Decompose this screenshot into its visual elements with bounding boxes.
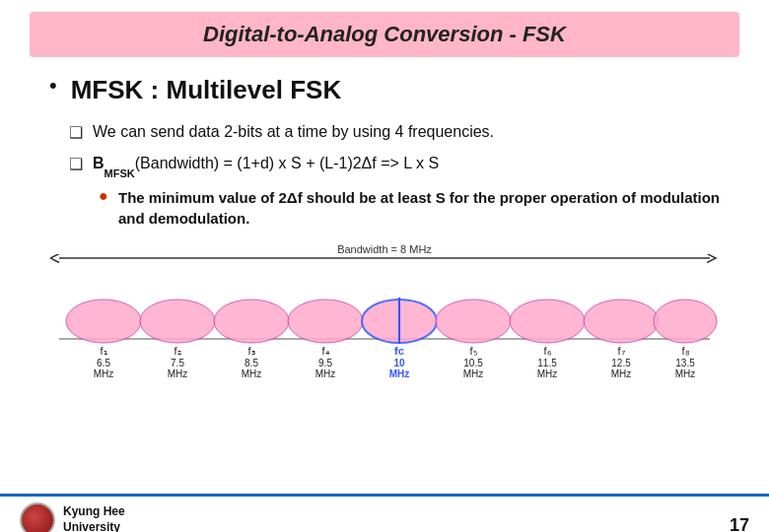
svg-text:9.5: 9.5 — [318, 358, 332, 368]
footer: Kyung HeeUniversity 17 — [0, 494, 769, 532]
content-area: • MFSK : Multilevel FSK ❑ We can send da… — [0, 75, 769, 229]
svg-text:fc: fc — [394, 345, 404, 357]
svg-point-6 — [288, 299, 363, 343]
svg-text:10: 10 — [393, 358, 405, 368]
bmfsk-line: BMFSK (Bandwidth) = (1+d) x S + (L-1)2Δf… — [93, 153, 439, 177]
svg-point-4 — [140, 299, 215, 343]
slide-title: Digital-to-Analog Conversion - FSK — [49, 22, 720, 47]
svg-text:MHz: MHz — [315, 368, 336, 379]
svg-text:f₇: f₇ — [617, 345, 624, 357]
logo-area: Kyung HeeUniversity — [20, 502, 125, 532]
svg-text:8.5: 8.5 — [245, 358, 258, 368]
sub-bullet-icon-1: ❑ — [69, 123, 85, 142]
nested-bullet-1: ● The minimum value of 2Δf should be at … — [99, 187, 720, 229]
svg-text:7.5: 7.5 — [171, 358, 184, 368]
svg-text:f₂: f₂ — [174, 345, 180, 357]
svg-text:11.5: 11.5 — [537, 358, 557, 368]
bmfsk-b: BMFSK — [93, 153, 135, 177]
nested-bullet-text: The minimum value of 2Δf should be at le… — [118, 187, 720, 229]
svg-text:MHz: MHz — [537, 368, 558, 379]
svg-text:f₈: f₈ — [681, 345, 689, 357]
svg-text:12.5: 12.5 — [611, 358, 631, 368]
university-name: Kyung HeeUniversity — [63, 504, 125, 532]
svg-text:f₆: f₆ — [543, 345, 551, 357]
svg-point-9 — [436, 299, 511, 343]
bmfsk-subscript: MFSK — [105, 167, 135, 179]
svg-point-10 — [510, 299, 585, 343]
bmfsk-rest: (Bandwidth) = (1+d) x S + (L-1)2Δf => L … — [135, 153, 439, 174]
svg-text:MHz: MHz — [168, 368, 188, 379]
svg-text:13.5: 13.5 — [675, 358, 695, 368]
svg-point-5 — [214, 299, 289, 343]
svg-text:MHz: MHz — [389, 368, 410, 379]
nested-icon: ● — [99, 187, 110, 205]
slide: Digital-to-Analog Conversion - FSK • MFS… — [0, 12, 769, 532]
svg-text:6.5: 6.5 — [97, 358, 110, 368]
svg-point-11 — [584, 299, 659, 343]
svg-text:MHz: MHz — [463, 368, 484, 379]
svg-text:MHz: MHz — [611, 368, 632, 379]
svg-point-12 — [654, 299, 717, 343]
sub-bullet-2: ❑ BMFSK (Bandwidth) = (1+d) x S + (L-1)2… — [69, 153, 720, 177]
sub-bullet-icon-2: ❑ — [69, 155, 85, 173]
svg-text:10.5: 10.5 — [463, 358, 483, 368]
svg-text:MHz: MHz — [242, 368, 262, 379]
sub-bullet-text-1: We can send data 2-bits at a time by usi… — [93, 121, 494, 143]
nested-bullets: ● The minimum value of 2Δf should be at … — [99, 187, 720, 229]
university-logo — [20, 502, 55, 532]
page-number: 17 — [730, 515, 749, 532]
main-bullet-text: MFSK : Multilevel FSK — [71, 75, 341, 105]
sub-bullets: ❑ We can send data 2-bits at a time by u… — [69, 121, 720, 229]
sub-bullet-1: ❑ We can send data 2-bits at a time by u… — [69, 121, 720, 143]
bullet-icon: • — [49, 73, 57, 99]
frequency-diagram: Bandwidth = 8 MHz f₁ — [49, 240, 720, 398]
svg-text:f₃: f₃ — [247, 345, 254, 357]
diagram-container: Bandwidth = 8 MHz f₁ — [49, 240, 739, 402]
svg-text:MHz: MHz — [94, 368, 114, 379]
svg-text:f₁: f₁ — [100, 345, 106, 357]
svg-text:f₄: f₄ — [321, 345, 329, 357]
svg-text:Bandwidth = 8 MHz: Bandwidth = 8 MHz — [337, 243, 432, 255]
title-bar: Digital-to-Analog Conversion - FSK — [30, 12, 739, 57]
svg-point-3 — [66, 299, 141, 343]
main-bullet: • MFSK : Multilevel FSK — [49, 75, 720, 105]
svg-text:f₅: f₅ — [469, 345, 476, 357]
svg-text:MHz: MHz — [675, 368, 696, 379]
